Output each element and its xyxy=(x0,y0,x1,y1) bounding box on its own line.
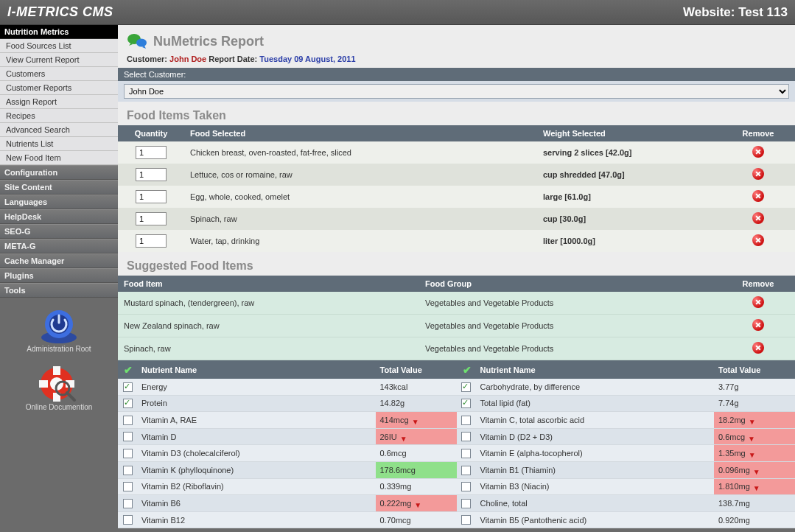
th-nutval-left: Total Value xyxy=(376,360,457,379)
table-row: Spinach, rawcup [30.0g] xyxy=(118,208,795,230)
sidebar-header[interactable]: Cache Manager xyxy=(0,253,118,268)
nutrient-name-cell: Vitamin D3 (cholecalciferol) xyxy=(137,445,376,462)
sidebar-item[interactable]: Advanced Search xyxy=(0,123,118,137)
sidebar-header[interactable]: Configuration xyxy=(0,165,118,180)
th-check-right[interactable] xyxy=(457,360,476,379)
table-row: Vitamin B3 (Niacin)1.810mg xyxy=(457,478,796,495)
qty-input[interactable] xyxy=(136,146,167,159)
qty-input[interactable] xyxy=(136,212,167,225)
sidebar-header[interactable]: SEO-G xyxy=(0,224,118,239)
nutrient-checkbox[interactable] xyxy=(461,482,471,491)
remove-icon[interactable] xyxy=(752,146,764,158)
nutrient-value-cell: 7.74g xyxy=(714,395,795,412)
nutrient-checkbox[interactable] xyxy=(123,416,133,425)
select-customer-dropdown[interactable]: John Doe xyxy=(124,84,789,99)
nutrient-name-cell: Vitamin D xyxy=(137,428,376,445)
th-check-left[interactable] xyxy=(118,360,137,379)
qty-input[interactable] xyxy=(136,168,167,181)
sidebar-item[interactable]: New Food Item xyxy=(0,151,118,165)
sidebar-header[interactable]: Site Content xyxy=(0,180,118,195)
lifebuoy-search-icon xyxy=(36,365,82,403)
nutrient-name-cell: Total lipid (fat) xyxy=(476,395,715,412)
food-cell: Chicken breast, oven-roasted, fat-free, … xyxy=(184,141,537,164)
website-label: Website: Test 113 xyxy=(683,5,788,20)
remove-icon[interactable] xyxy=(752,342,764,354)
qty-input[interactable] xyxy=(136,190,167,203)
remove-icon[interactable] xyxy=(752,168,764,180)
svg-rect-5 xyxy=(53,366,60,375)
nutrient-checkbox[interactable] xyxy=(461,449,471,458)
table-row: Vitamin D3 (cholecalciferol)0.6mcg xyxy=(118,445,457,462)
remove-icon[interactable] xyxy=(752,212,764,224)
sugg-item-cell: New Zealand spinach, raw xyxy=(118,315,419,337)
nutrient-checkbox[interactable] xyxy=(461,416,471,425)
sidebar-item[interactable]: View Current Report xyxy=(0,53,118,67)
nutrient-name-cell: Carbohydrate, by difference xyxy=(476,379,715,395)
nutrient-checkbox[interactable] xyxy=(461,432,471,441)
nutrient-checkbox[interactable] xyxy=(123,449,133,458)
th-sugg-remove: Remove xyxy=(721,276,795,292)
section-suggested-title: Suggested Food Items xyxy=(118,252,795,276)
th-weight: Weight Selected xyxy=(537,125,721,141)
sidebar-item[interactable]: Customer Reports xyxy=(0,81,118,95)
qty-input[interactable] xyxy=(136,234,167,248)
table-row: Vitamin D (D2 + D3)0.6mcg xyxy=(457,428,796,445)
arrow-down-icon xyxy=(414,500,421,508)
weight-cell: cup shredded [47.0g] xyxy=(537,164,721,186)
food-cell: Egg, whole, cooked, omelet xyxy=(184,186,537,208)
sidebar: Nutrition Metrics Food Sources ListView … xyxy=(0,25,118,528)
svg-point-12 xyxy=(136,39,147,47)
sidebar-header[interactable]: META-G xyxy=(0,239,118,253)
nutrient-name-cell: Vitamin D (D2 + D3) xyxy=(476,428,715,445)
sidebar-item[interactable]: Recipes xyxy=(0,109,118,123)
arrow-down-icon xyxy=(749,417,756,424)
nutrient-checkbox[interactable] xyxy=(461,466,471,475)
sidebar-header-nutrition[interactable]: Nutrition Metrics xyxy=(0,25,118,39)
remove-icon[interactable] xyxy=(752,234,764,246)
suggested-table: Food Item Food Group Remove Mustard spin… xyxy=(118,276,795,360)
nutrient-name-cell: Vitamin A, RAE xyxy=(137,412,376,429)
checkmark-icon xyxy=(122,364,134,374)
food-taken-table: Quantity Food Selected Weight Selected R… xyxy=(118,125,795,252)
table-row: Vitamin C, total ascorbic acid18.2mg xyxy=(457,412,796,429)
sugg-group-cell: Vegetables and Vegetable Products xyxy=(419,292,721,315)
sidebar-item[interactable]: Assign Report xyxy=(0,95,118,109)
table-row: Vitamin A, RAE414mcg xyxy=(118,412,457,429)
nutrient-checkbox[interactable] xyxy=(123,432,133,441)
sidebar-header[interactable]: Languages xyxy=(0,195,118,209)
nutrient-value-cell: 26IU xyxy=(376,428,457,445)
table-row: Protein14.82g xyxy=(118,395,457,412)
table-row: Spinach, rawVegetables and Vegetable Pro… xyxy=(118,337,795,360)
nutrient-name-cell: Choline, total xyxy=(476,495,715,512)
nutrient-value-cell: 0.6mcg xyxy=(376,445,457,462)
remove-icon[interactable] xyxy=(752,319,764,331)
sidebar-item[interactable]: Customers xyxy=(0,67,118,81)
nutrient-value-cell: 0.920mg xyxy=(714,511,795,528)
sidebar-item[interactable]: Food Sources List xyxy=(0,39,118,53)
table-row: Vitamin B5 (Pantothenic acid)0.920mg xyxy=(457,511,796,528)
nutrient-checkbox[interactable] xyxy=(461,399,471,408)
nutrient-checkbox[interactable] xyxy=(123,466,133,475)
nutrient-name-cell: Vitamin B1 (Thiamin) xyxy=(476,461,715,478)
sidebar-header[interactable]: Plugins xyxy=(0,268,118,283)
sidebar-header[interactable]: Tools xyxy=(0,283,118,298)
select-customer-bar: Select Customer: xyxy=(118,68,795,81)
remove-icon[interactable] xyxy=(752,296,764,308)
nutrient-checkbox[interactable] xyxy=(123,482,133,491)
nutrient-checkbox[interactable] xyxy=(123,499,133,508)
online-docs-label: Online Documention xyxy=(26,403,93,411)
admin-root-button[interactable]: Administration Root xyxy=(24,301,94,356)
nutrient-checkbox[interactable] xyxy=(461,499,471,508)
nutrient-checkbox[interactable] xyxy=(461,382,471,392)
online-docs-button[interactable]: Online Documention xyxy=(23,359,96,414)
nutrient-name-cell: Vitamin B2 (Riboflavin) xyxy=(137,478,376,495)
nutrient-checkbox[interactable] xyxy=(123,382,133,392)
admin-root-label: Administration Root xyxy=(27,345,91,353)
sidebar-header[interactable]: HelpDesk xyxy=(0,209,118,224)
nutrient-checkbox[interactable] xyxy=(123,515,133,525)
remove-icon[interactable] xyxy=(752,190,764,202)
topbar: I-METRICS CMS Website: Test 113 xyxy=(0,0,795,25)
nutrient-checkbox[interactable] xyxy=(461,515,471,525)
sidebar-item[interactable]: Nutrients List xyxy=(0,137,118,151)
nutrient-checkbox[interactable] xyxy=(123,399,133,408)
